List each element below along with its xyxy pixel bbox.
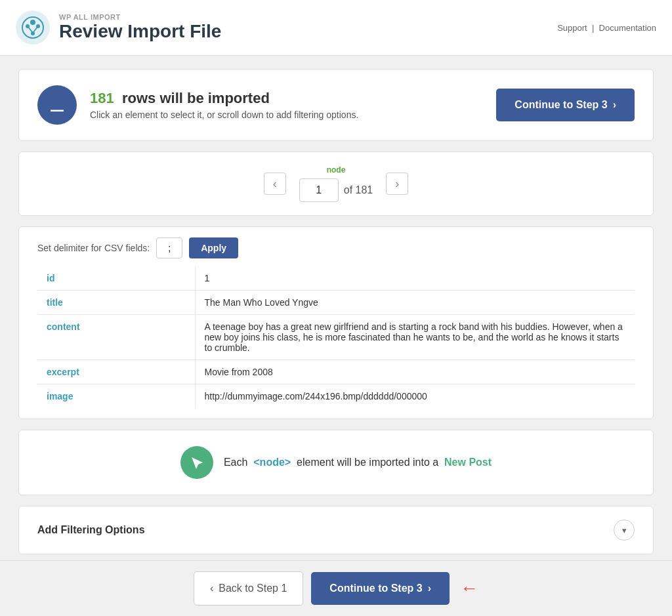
table-cell-key: id	[37, 266, 195, 291]
table-cell-value: http://dummyimage.com/244x196.bmp/dddddd…	[195, 384, 635, 409]
element-post-type: New Post	[444, 457, 492, 468]
summary-heading: 181 rows will be imported	[90, 90, 358, 107]
node-navigator: node of 181	[299, 165, 373, 202]
element-prefix: Each	[224, 457, 247, 468]
table-cell-value: A teenage boy has a great new girlfriend…	[195, 315, 635, 360]
page-title: Review Import File	[59, 21, 221, 42]
table-cell-value: 1	[195, 266, 635, 291]
support-link[interactable]: Support	[557, 23, 587, 33]
navigator-card: ‹ node of 181 ›	[18, 152, 654, 216]
summary-instruction: Click an element to select it, or scroll…	[90, 110, 358, 120]
back-step1-button[interactable]: ‹ Back to Step 1	[194, 571, 303, 606]
table-row: id1	[37, 266, 635, 291]
documentation-link[interactable]: Documentation	[599, 23, 656, 33]
svg-point-6	[36, 24, 40, 28]
next-node-button[interactable]: ›	[386, 173, 408, 195]
header-left: WP ALL IMPORT Review Import File	[16, 10, 221, 45]
table-cell-key: image	[37, 384, 195, 409]
table-row: imagehttp://dummyimage.com/244x196.bmp/d…	[37, 384, 635, 409]
svg-point-5	[26, 24, 30, 28]
element-icon-circle	[180, 446, 213, 479]
node-page-input[interactable]	[299, 178, 339, 202]
rows-text: rows will be imported	[122, 90, 270, 106]
delimiter-input[interactable]	[156, 237, 182, 258]
header-brand: WP ALL IMPORT	[59, 13, 221, 21]
svg-point-2	[30, 20, 35, 25]
back-arrow-icon: ‹	[210, 583, 213, 594]
svg-point-0	[16, 10, 50, 45]
element-text: Each <node> element will be imported int…	[224, 457, 492, 468]
continue-step3-bottom-button[interactable]: Continue to Step 3 ›	[311, 572, 450, 605]
node-total: of 181	[344, 184, 373, 196]
table-cell-key: content	[37, 315, 195, 360]
table-cell-key: title	[37, 291, 195, 315]
chevron-right-icon-bottom: ›	[428, 583, 431, 594]
data-table: id1titleThe Man Who Loved YngvecontentA …	[37, 266, 635, 408]
cursor-icon	[189, 455, 205, 470]
header-links: Support | Documentation	[557, 23, 656, 33]
header-title-group: WP ALL IMPORT Review Import File	[59, 13, 221, 42]
summary-text: 181 rows will be imported Click an eleme…	[90, 90, 358, 120]
filtering-label: Add Filtering Options	[37, 524, 145, 536]
table-cell-value: Movie from 2008	[195, 360, 635, 384]
download-icon	[47, 95, 67, 115]
filtering-toggle-button[interactable]: ▾	[614, 520, 635, 541]
svg-point-7	[31, 31, 35, 35]
table-row: contentA teenage boy has a great new gir…	[37, 315, 635, 360]
continue-step3-top-button[interactable]: Continue to Step 3 ›	[496, 89, 635, 121]
row-count: 181	[90, 90, 114, 106]
data-card: Set delimiter for CSV fields: Apply id1t…	[18, 226, 654, 419]
summary-left: 181 rows will be imported Click an eleme…	[37, 85, 358, 125]
arrow-indicator: ←	[460, 578, 478, 599]
header: WP ALL IMPORT Review Import File Support…	[0, 0, 672, 56]
chevron-right-icon: ›	[613, 99, 616, 111]
logo-icon	[16, 10, 50, 45]
table-cell-value: The Man Who Loved Yngve	[195, 291, 635, 315]
prev-node-button[interactable]: ‹	[264, 173, 286, 195]
table-cell-key: excerpt	[37, 360, 195, 384]
table-row: titleThe Man Who Loved Yngve	[37, 291, 635, 315]
element-tag: <node>	[253, 457, 291, 468]
apply-button[interactable]: Apply	[189, 237, 238, 258]
filtering-card: Add Filtering Options ▾	[18, 506, 654, 554]
table-row: excerptMovie from 2008	[37, 360, 635, 384]
delimiter-row: Set delimiter for CSV fields: Apply	[37, 237, 635, 258]
element-middle: element will be imported into a	[297, 457, 438, 468]
element-info-card: Each <node> element will be imported int…	[18, 430, 654, 495]
import-icon-circle	[37, 85, 77, 125]
prev-arrow-icon: ‹	[273, 177, 277, 191]
next-arrow-icon: ›	[395, 177, 399, 191]
chevron-down-icon: ▾	[622, 525, 627, 535]
node-input-group: of 181	[299, 178, 373, 202]
bottom-bar: ‹ Back to Step 1 Continue to Step 3 › ←	[0, 560, 672, 616]
summary-card: 181 rows will be imported Click an eleme…	[18, 69, 654, 141]
main-content: 181 rows will be imported Click an eleme…	[8, 56, 664, 616]
node-label: node	[299, 165, 373, 175]
delimiter-label: Set delimiter for CSV fields:	[37, 243, 150, 253]
